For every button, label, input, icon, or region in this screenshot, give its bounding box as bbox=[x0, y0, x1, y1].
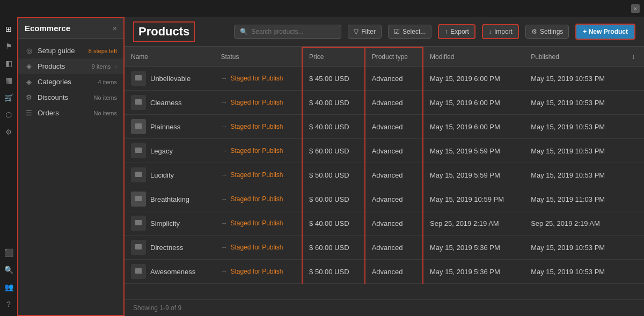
product-type-cell: Advanced bbox=[365, 115, 423, 139]
product-price-cell: $ 50.00 USD bbox=[302, 260, 365, 284]
products-table: Name Status Price Product type Modified … bbox=[125, 47, 644, 284]
app-container: ⊞ ⚑ ◧ ▦ 🛒 ⬡ ⚙ ⬛ 🔍 👥 ? Ecommerce × ◎ Setu… bbox=[0, 17, 644, 316]
product-name-cell: Legacy bbox=[125, 139, 214, 163]
filter-label: Filter bbox=[361, 28, 376, 35]
import-button[interactable]: ↓ Import bbox=[482, 24, 519, 39]
product-name: Unbelievable bbox=[150, 75, 191, 83]
col-header-extra: ↕ bbox=[625, 47, 644, 67]
sidebar: Ecommerce × ◎ Setup guide 8 steps left ◈… bbox=[17, 17, 125, 316]
import-label: Import bbox=[494, 28, 513, 35]
status-arrow-icon: → bbox=[221, 123, 227, 130]
product-name-cell: Unbelievable bbox=[125, 67, 214, 91]
product-price-cell: $ 60.00 USD bbox=[302, 236, 365, 260]
window-close-button[interactable]: × bbox=[631, 4, 640, 13]
status-arrow-icon: → bbox=[221, 244, 227, 251]
setup-guide-label: Setup guide bbox=[38, 47, 84, 55]
status-arrow-icon: → bbox=[221, 268, 227, 275]
icon-bar-grid[interactable]: ⊞ bbox=[1, 21, 16, 36]
select-label: Select... bbox=[402, 28, 426, 35]
products-arrow: › bbox=[115, 63, 117, 70]
title-bar: × bbox=[0, 0, 644, 17]
product-modified-cell: May 15, 2019 5:36 PM bbox=[423, 260, 524, 284]
settings-icon: ⚙ bbox=[531, 28, 537, 35]
new-product-button[interactable]: + New Product bbox=[575, 24, 635, 40]
sidebar-item-orders[interactable]: ☰ Orders No items bbox=[18, 105, 123, 121]
sidebar-item-categories[interactable]: ◈ Categories 4 items bbox=[18, 74, 123, 90]
product-thumbnail bbox=[131, 95, 146, 110]
icon-bar-box[interactable]: ▦ bbox=[1, 73, 16, 88]
status-arrow-icon: → bbox=[221, 195, 227, 203]
product-thumbnail bbox=[131, 216, 146, 231]
product-name: Breathtaking bbox=[150, 195, 189, 203]
icon-bar-users[interactable]: 👥 bbox=[1, 280, 16, 295]
product-name: Plainness bbox=[150, 123, 180, 131]
select-button[interactable]: ☑ Select... bbox=[388, 25, 431, 39]
product-extra-cell bbox=[625, 67, 644, 91]
table-row[interactable]: Awesomeness → Staged for Publish $ 50.00… bbox=[125, 260, 644, 284]
status-badge: Staged for Publish bbox=[230, 171, 283, 179]
product-extra-cell bbox=[625, 163, 644, 187]
status-badge: Staged for Publish bbox=[230, 195, 283, 203]
product-name-cell: Lucidity bbox=[125, 163, 214, 187]
product-status-cell: → Staged for Publish bbox=[214, 91, 302, 115]
product-type-cell: Advanced bbox=[365, 211, 423, 236]
product-name-cell: Plainness bbox=[125, 115, 214, 139]
export-label: Export bbox=[450, 28, 469, 35]
product-price-cell: $ 60.00 USD bbox=[302, 187, 365, 211]
page-title: Products bbox=[133, 21, 195, 42]
status-arrow-icon: → bbox=[221, 99, 227, 106]
status-arrow-icon: → bbox=[221, 147, 227, 155]
col-header-name: Name bbox=[125, 47, 214, 67]
status-badge: Staged for Publish bbox=[230, 268, 283, 275]
categories-icon: ◈ bbox=[25, 78, 33, 86]
search-box[interactable]: 🔍 bbox=[234, 25, 341, 39]
table-row[interactable]: Breathtaking → Staged for Publish $ 60.0… bbox=[125, 187, 644, 211]
sidebar-header: Ecommerce × bbox=[18, 18, 123, 39]
product-name-cell: Directness bbox=[125, 236, 214, 260]
sidebar-close-button[interactable]: × bbox=[113, 24, 117, 33]
icon-bar-cart[interactable]: 🛒 bbox=[1, 90, 16, 105]
table-row[interactable]: Legacy → Staged for Publish $ 60.00 USDA… bbox=[125, 139, 644, 163]
product-type-cell: Advanced bbox=[365, 260, 423, 284]
table-row[interactable]: Unbelievable → Staged for Publish $ 45.0… bbox=[125, 67, 644, 91]
status-badge: Staged for Publish bbox=[230, 244, 283, 251]
table-row[interactable]: Plainness → Staged for Publish $ 40.00 U… bbox=[125, 115, 644, 139]
product-status-cell: → Staged for Publish bbox=[214, 187, 302, 211]
table-row[interactable]: Simplicity → Staged for Publish $ 40.00 … bbox=[125, 211, 644, 236]
status-badge: Staged for Publish bbox=[230, 75, 283, 82]
sidebar-item-products[interactable]: ◈ Products 9 items › bbox=[18, 58, 123, 74]
table-row[interactable]: Clearness → Staged for Publish $ 40.00 U… bbox=[125, 91, 644, 115]
sidebar-item-setup-guide[interactable]: ◎ Setup guide 8 steps left bbox=[18, 43, 123, 58]
icon-bar-help[interactable]: ? bbox=[1, 297, 16, 312]
search-input[interactable] bbox=[251, 28, 335, 35]
export-button[interactable]: ↑ Export bbox=[438, 24, 475, 39]
product-status-cell: → Staged for Publish bbox=[214, 67, 302, 91]
product-type-cell: Advanced bbox=[365, 139, 423, 163]
icon-bar-flag[interactable]: ⚑ bbox=[1, 39, 16, 54]
product-extra-cell bbox=[625, 115, 644, 139]
product-published-cell: Sep 25, 2019 2:19 AM bbox=[524, 211, 625, 236]
new-product-label: + New Product bbox=[583, 28, 628, 35]
filter-button[interactable]: ▽ Filter bbox=[348, 25, 382, 39]
status-badge: Staged for Publish bbox=[230, 147, 283, 155]
product-type-cell: Advanced bbox=[365, 67, 423, 91]
product-published-cell: May 15, 2019 10:53 PM bbox=[524, 236, 625, 260]
sidebar-item-discounts[interactable]: ⚙ Discounts No items bbox=[18, 90, 123, 105]
table-row[interactable]: Directness → Staged for Publish $ 60.00 … bbox=[125, 236, 644, 260]
table-footer: Showing 1-9 of 9 bbox=[125, 299, 644, 316]
icon-bar-layers[interactable]: ◧ bbox=[1, 56, 16, 71]
icon-bar-tag[interactable]: ⬡ bbox=[1, 107, 16, 122]
icon-bar-alert[interactable]: ⬛ bbox=[1, 245, 16, 260]
product-type-cell: Advanced bbox=[365, 236, 423, 260]
product-price-cell: $ 60.00 USD bbox=[302, 139, 365, 163]
product-thumbnail bbox=[131, 264, 146, 279]
icon-bar-search[interactable]: 🔍 bbox=[1, 262, 16, 277]
icon-bar-settings[interactable]: ⚙ bbox=[1, 124, 16, 139]
product-name-cell: Clearness bbox=[125, 91, 214, 115]
settings-button[interactable]: ⚙ Settings bbox=[525, 25, 569, 39]
col-header-modified: Modified bbox=[423, 47, 524, 67]
discounts-nav-label: Discounts bbox=[38, 93, 90, 101]
table-row[interactable]: Lucidity → Staged for Publish $ 50.00 US… bbox=[125, 163, 644, 187]
product-price-cell: $ 40.00 USD bbox=[302, 115, 365, 139]
product-name-cell: Breathtaking bbox=[125, 187, 214, 211]
